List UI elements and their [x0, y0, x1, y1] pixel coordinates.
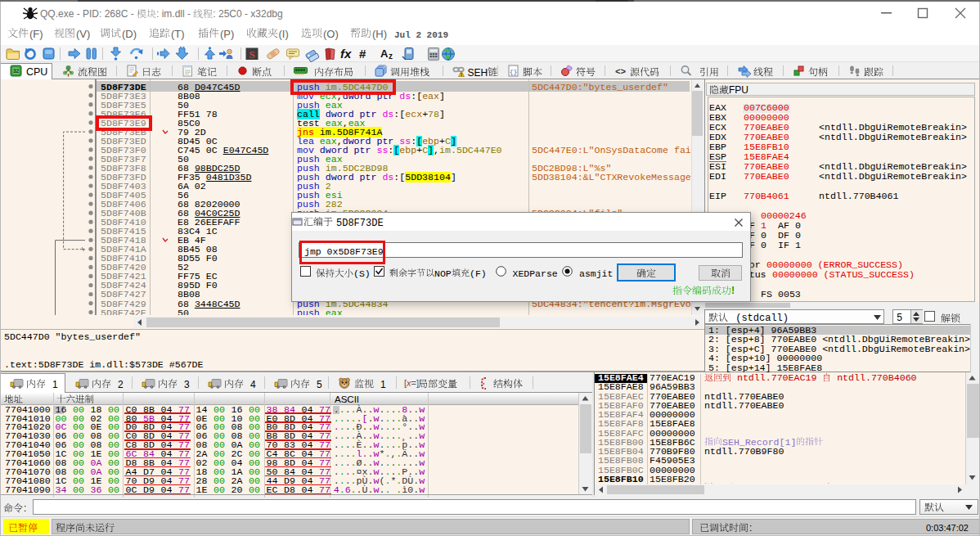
svg-text:{}: {}	[509, 68, 517, 75]
svg-text:32: 32	[13, 68, 20, 74]
svg-text:S: S	[249, 48, 254, 61]
